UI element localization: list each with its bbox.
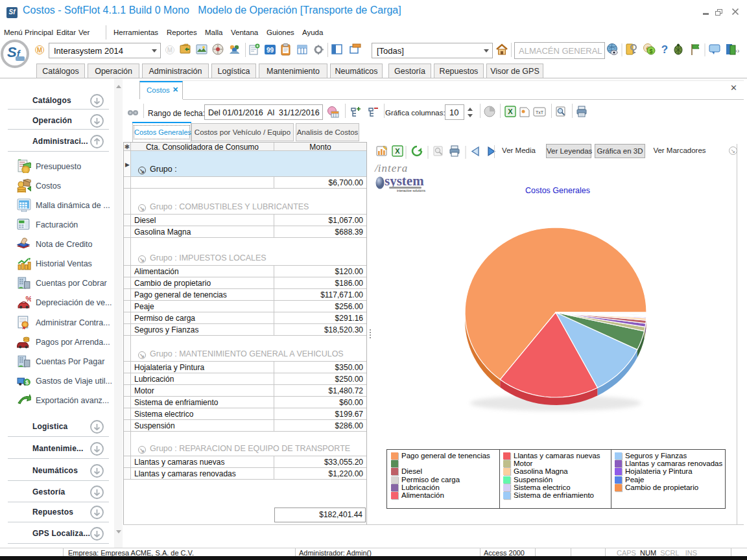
svg-text:?: ? [661,43,668,56]
svg-text:TxT: TxT [536,110,544,115]
svg-text:99: 99 [267,47,274,54]
svg-text:%: % [26,296,31,303]
svg-text:$: $ [25,379,29,386]
svg-text:X: X [508,108,513,115]
svg-text:$: $ [649,48,652,54]
